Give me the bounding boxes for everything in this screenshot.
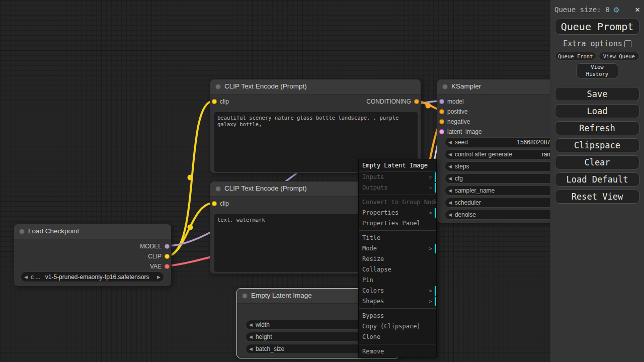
node-header[interactable]: Load Checkpoint bbox=[14, 224, 171, 239]
extra-options-checkbox[interactable] bbox=[624, 40, 631, 47]
input-label-clip: clip bbox=[220, 98, 229, 105]
menu-item-title[interactable]: Title bbox=[359, 233, 436, 243]
submenu-arrow-icon: > bbox=[429, 172, 432, 183]
input-port-clip[interactable] bbox=[212, 201, 217, 206]
widget-label: denoise bbox=[455, 211, 476, 218]
input-label-clip: clip bbox=[220, 200, 229, 207]
input-label-positive: positive bbox=[447, 108, 468, 115]
decrement-arrow-icon[interactable]: ◀ bbox=[445, 152, 455, 157]
menu-separator bbox=[359, 195, 436, 195]
output-port-conditioning[interactable] bbox=[414, 99, 419, 104]
output-port-vae[interactable] bbox=[165, 264, 170, 269]
view-history-button[interactable]: View History bbox=[576, 63, 618, 78]
menu-item-clone[interactable]: Clone bbox=[359, 332, 436, 342]
widget-label: c ... bbox=[31, 274, 40, 281]
node-load-checkpoint[interactable]: Load Checkpoint MODEL CLIP VAE ◀ c ... v… bbox=[14, 224, 172, 287]
widget-label: width bbox=[256, 321, 270, 328]
menu-item-pin[interactable]: Pin bbox=[359, 275, 436, 286]
view-queue-button[interactable]: View Queue bbox=[599, 52, 640, 60]
widget-control-after-generate[interactable]: ◀ control after generate ran bbox=[445, 149, 558, 159]
submenu-indicator bbox=[435, 244, 436, 253]
decrement-arrow-icon[interactable]: ◀ bbox=[445, 212, 455, 217]
menu-item-copy-clipspace[interactable]: Copy (Clipspace) bbox=[359, 321, 436, 332]
menu-separator bbox=[359, 230, 436, 231]
output-port-model[interactable] bbox=[165, 244, 170, 249]
submenu-arrow-icon: > bbox=[429, 296, 432, 307]
output-port-clip[interactable] bbox=[165, 254, 170, 259]
menu-item-colors[interactable]: Colors> bbox=[359, 286, 436, 296]
input-port-latent-image[interactable] bbox=[439, 129, 444, 134]
input-port-model[interactable] bbox=[439, 99, 444, 104]
decrement-arrow-icon[interactable]: ◀ bbox=[445, 188, 455, 193]
node-header[interactable]: KSampler bbox=[437, 79, 557, 95]
clipspace-button[interactable]: Clipspace bbox=[555, 138, 639, 152]
input-port-negative[interactable] bbox=[439, 119, 444, 124]
menu-item-convert-to-group-node[interactable]: Convert to Group Node bbox=[359, 197, 436, 208]
reset-view-button[interactable]: Reset View bbox=[555, 190, 639, 204]
increment-arrow-icon[interactable]: ▶ bbox=[154, 275, 164, 280]
menu-item-remove[interactable]: Remove bbox=[359, 346, 436, 357]
clear-button[interactable]: Clear bbox=[555, 155, 639, 169]
collapse-dot[interactable] bbox=[215, 84, 221, 89]
widget-steps[interactable]: ◀ steps bbox=[445, 161, 558, 171]
menu-item-resize[interactable]: Resize bbox=[359, 254, 436, 264]
menu-item-bypass[interactable]: Bypass bbox=[359, 311, 436, 321]
decrement-arrow-icon[interactable]: ◀ bbox=[21, 275, 31, 280]
submenu-indicator bbox=[435, 172, 436, 182]
widget-scheduler[interactable]: ◀ scheduler bbox=[445, 198, 558, 208]
menu-item-outputs[interactable]: Outputs> bbox=[359, 183, 436, 193]
widget-seed[interactable]: ◀ seed 1566802087 bbox=[445, 137, 558, 147]
comfyui-canvas[interactable]: CLIP Text Encode (Prompt) clip CONDITION… bbox=[0, 0, 644, 362]
widget-label: steps bbox=[455, 163, 469, 170]
output-label-conditioning: CONDITIONING bbox=[366, 98, 411, 105]
decrement-arrow-icon[interactable]: ◀ bbox=[246, 322, 256, 327]
input-port-clip[interactable] bbox=[212, 99, 217, 104]
queue-front-button[interactable]: Queue Front bbox=[555, 52, 596, 60]
widget-sampler-name[interactable]: ◀ sampler_name bbox=[445, 186, 558, 196]
output-label-vae: VAE bbox=[150, 263, 162, 270]
submenu-arrow-icon: > bbox=[429, 183, 432, 193]
collapse-dot[interactable] bbox=[19, 229, 25, 234]
queue-size-label: Queue size: 0 bbox=[554, 6, 610, 14]
load-button[interactable]: Load bbox=[555, 104, 639, 118]
output-label-clip: CLIP bbox=[148, 253, 162, 260]
decrement-arrow-icon[interactable]: ◀ bbox=[246, 334, 256, 339]
load-default-button[interactable]: Load Default bbox=[555, 172, 639, 187]
save-button[interactable]: Save bbox=[555, 87, 639, 101]
menu-item-inputs[interactable]: Inputs> bbox=[359, 172, 436, 183]
collapse-dot[interactable] bbox=[215, 186, 221, 192]
input-label-negative: negative bbox=[447, 118, 470, 125]
menu-item-shapes[interactable]: Shapes> bbox=[359, 296, 436, 307]
view-history-line2: History bbox=[586, 71, 608, 78]
collapse-dot[interactable] bbox=[242, 293, 248, 299]
widget-ckpt-name[interactable]: ◀ c ... v1-5-pruned-emaonly-fp16.safeten… bbox=[21, 272, 164, 282]
input-port-positive[interactable] bbox=[439, 109, 444, 114]
menu-item-mode[interactable]: Mode> bbox=[359, 243, 436, 254]
decrement-arrow-icon[interactable]: ◀ bbox=[246, 346, 256, 351]
queue-prompt-button[interactable]: Queue Prompt bbox=[555, 19, 639, 35]
menu-item-properties[interactable]: Properties> bbox=[359, 208, 436, 218]
decrement-arrow-icon[interactable]: ◀ bbox=[445, 176, 455, 181]
submenu-indicator bbox=[435, 208, 436, 218]
decrement-arrow-icon[interactable]: ◀ bbox=[445, 164, 455, 169]
collapse-dot[interactable] bbox=[442, 84, 448, 89]
widget-denoise[interactable]: ◀ denoise bbox=[445, 210, 558, 220]
decrement-arrow-icon[interactable]: ◀ bbox=[445, 200, 455, 205]
node-ksampler[interactable]: KSampler model positive negative latent_… bbox=[437, 79, 557, 223]
menu-separator bbox=[359, 344, 436, 344]
menu-item-collapse[interactable]: Collapse bbox=[359, 264, 436, 275]
close-icon[interactable]: ✕ bbox=[635, 5, 640, 14]
node-header[interactable]: CLIP Text Encode (Prompt) bbox=[210, 79, 421, 95]
extra-options-label: Extra options bbox=[563, 39, 622, 48]
comfy-menu-panel: Queue size: 0 ⚙ ✕ Queue Prompt Extra opt… bbox=[550, 0, 644, 362]
widget-cfg[interactable]: ◀ cfg bbox=[445, 173, 558, 184]
settings-gear-icon[interactable]: ⚙ bbox=[614, 4, 619, 15]
submenu-indicator bbox=[435, 286, 436, 296]
queue-size-row: Queue size: 0 ⚙ ✕ bbox=[550, 0, 644, 17]
decrement-arrow-icon[interactable]: ◀ bbox=[445, 140, 455, 145]
input-label-model: model bbox=[447, 98, 464, 105]
node-context-menu: Empty Latent Image Inputs> Outputs> Conv… bbox=[358, 159, 437, 357]
refresh-button[interactable]: Refresh bbox=[555, 121, 639, 135]
menu-item-properties-panel[interactable]: Properties Panel bbox=[359, 218, 436, 229]
widget-value: v1-5-pruned-emaonly-fp16.safetensors bbox=[40, 274, 154, 281]
